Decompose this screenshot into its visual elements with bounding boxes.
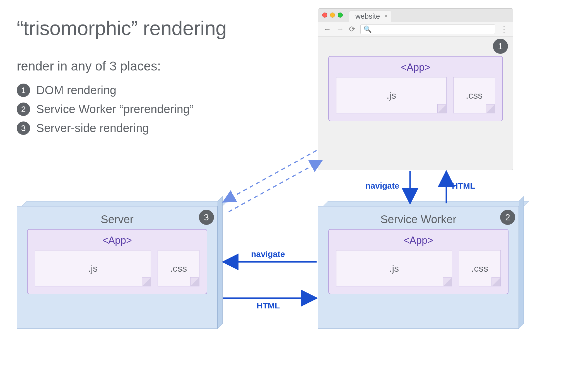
file-label: .js xyxy=(88,263,98,274)
browser-toolbar: ← → ⟳ 🔍 ⋮ xyxy=(318,22,513,36)
url-bar: 🔍 xyxy=(360,25,495,34)
js-file-icon: .js xyxy=(336,77,447,113)
file-label: .css xyxy=(170,263,187,274)
browser-tab: website xyxy=(349,11,391,22)
file-label: .js xyxy=(387,90,396,101)
list-number-badge: 2 xyxy=(17,103,30,116)
list-item-label: DOM rendering xyxy=(36,84,116,97)
node-title: Server xyxy=(27,213,207,226)
list-number-badge: 3 xyxy=(17,121,30,135)
browser-tabbar: website xyxy=(318,9,513,22)
css-file-icon: .css xyxy=(158,250,199,286)
js-file-icon: .js xyxy=(35,250,151,286)
diagram-title: “trisomorphic” rendering xyxy=(17,17,226,40)
css-file-icon: .css xyxy=(453,77,495,113)
reload-icon: ⟳ xyxy=(349,25,355,34)
forward-icon: → xyxy=(336,25,344,34)
list-item-label: Service Worker “prerendering” xyxy=(36,103,194,116)
file-label: .css xyxy=(466,90,483,101)
node-title: Service Worker xyxy=(328,213,509,226)
edge-label-html: HTML xyxy=(452,181,475,191)
svg-line-5 xyxy=(229,160,322,212)
edge-label-navigate: navigate xyxy=(251,249,285,259)
file-label: .js xyxy=(389,263,399,274)
app-title: <App> xyxy=(336,62,495,73)
list-item: 2 Service Worker “prerendering” xyxy=(17,103,194,116)
edge-label-navigate: navigate xyxy=(365,181,399,191)
kebab-menu-icon: ⋮ xyxy=(500,25,508,34)
css-file-icon: .css xyxy=(459,250,501,286)
browser-window: 1 website ← → ⟳ 🔍 ⋮ <App> .js xyxy=(318,8,513,170)
app-title: <App> xyxy=(35,235,199,246)
browser-tab-label: website xyxy=(355,12,380,21)
back-icon: ← xyxy=(323,25,331,34)
app-title: <App> xyxy=(336,235,501,246)
search-icon: 🔍 xyxy=(363,25,372,33)
app-card: <App> .js .css xyxy=(328,229,509,294)
traffic-lights-icon xyxy=(322,13,343,18)
app-card: <App> .js .css xyxy=(27,229,207,294)
js-file-icon: .js xyxy=(336,250,452,286)
list-number-badge: 1 xyxy=(17,84,30,97)
list-item: 1 DOM rendering xyxy=(17,84,194,97)
node-number-badge: 1 xyxy=(493,39,508,54)
service-worker-node: 2 Service Worker <App> .js .css xyxy=(318,206,519,329)
list-item: 3 Server-side rendering xyxy=(17,121,194,135)
browser-viewport: <App> .js .css xyxy=(318,36,513,134)
app-card: <App> .js .css xyxy=(328,56,503,121)
edge-label-html: HTML xyxy=(257,301,280,310)
list-item-label: Server-side rendering xyxy=(36,121,149,135)
diagram-subtitle: render in any of 3 places: xyxy=(17,59,161,74)
file-label: .css xyxy=(471,263,488,274)
places-list: 1 DOM rendering 2 Service Worker “preren… xyxy=(17,84,194,140)
svg-line-4 xyxy=(223,150,317,202)
server-node: 3 Server <App> .js .css xyxy=(17,206,218,329)
